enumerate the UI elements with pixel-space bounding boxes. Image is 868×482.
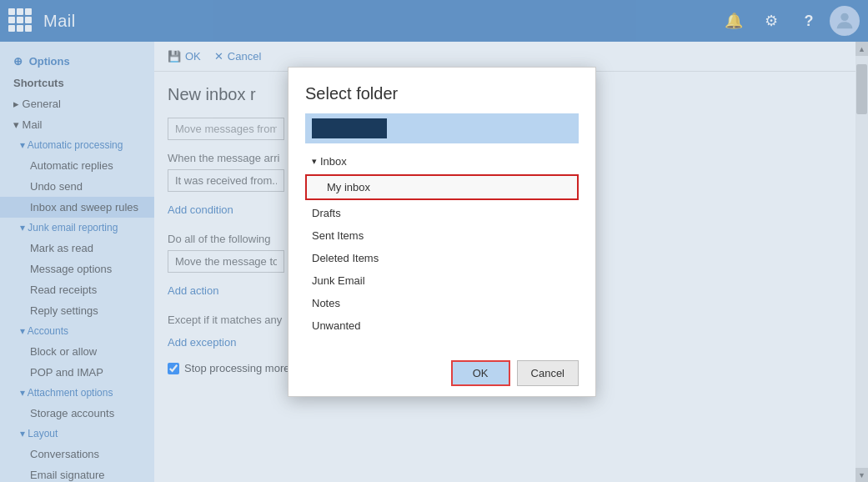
folder-label-drafts: Drafts [312,207,341,219]
modal-overlay: Select folder ▾ Inbox My inbox Dra [0,0,868,482]
folder-label-sent-items: Sent Items [312,229,364,242]
folder-label-inbox: Inbox [320,155,347,168]
folder-item-notes[interactable]: Notes [305,292,579,314]
folder-expand-inbox[interactable]: ▾ [312,156,317,167]
modal-cancel-button[interactable]: Cancel [517,360,579,386]
folder-list: ▾ Inbox My inbox Drafts Sent Items Delet… [305,150,579,337]
folder-label-junk-email: Junk Email [312,274,365,287]
modal-body: ▾ Inbox My inbox Drafts Sent Items Delet… [288,113,595,350]
folder-selected-bar [312,118,387,138]
modal-ok-button[interactable]: OK [451,360,510,386]
folder-selected-row[interactable] [305,113,579,143]
folder-item-inbox[interactable]: ▾ Inbox [305,150,579,173]
folder-item-sent-items[interactable]: Sent Items [305,224,579,247]
folder-item-junk-email[interactable]: Junk Email [305,269,579,292]
select-folder-dialog: Select folder ▾ Inbox My inbox Dra [288,67,596,397]
folder-label-deleted-items: Deleted Items [312,252,379,264]
folder-item-unwanted[interactable]: Unwanted [305,314,579,337]
folder-label-my-inbox: My inbox [327,181,370,193]
modal-title: Select folder [288,68,595,113]
modal-footer: OK Cancel [288,350,595,396]
folder-label-unwanted: Unwanted [312,319,361,332]
folder-item-my-inbox[interactable]: My inbox [305,174,579,200]
folder-label-notes: Notes [312,297,340,309]
folder-item-deleted-items[interactable]: Deleted Items [305,247,579,269]
folder-item-drafts[interactable]: Drafts [305,202,579,224]
